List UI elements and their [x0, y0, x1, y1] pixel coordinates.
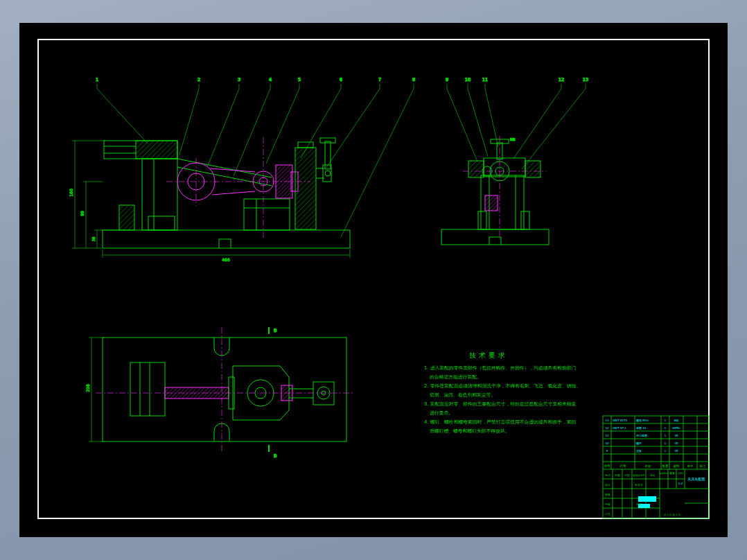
tech-line: 4. 螺钉、螺栓和螺母紧固时，严禁打击或使用不合适的旋具和扳手，紧固	[424, 419, 576, 425]
bom-cell: 1	[665, 434, 667, 437]
balloon-11: 11	[482, 77, 488, 82]
balloon-8: 8	[412, 77, 415, 82]
tech-title: 技术要求	[469, 351, 508, 359]
bom-cell: 11	[605, 434, 609, 437]
paper	[19, 23, 728, 537]
balloon-12: 12	[559, 77, 564, 82]
bom-header: 名称	[645, 464, 652, 468]
bom-cell: 13	[605, 419, 609, 422]
bom-cell: GB/T 6170	[613, 419, 628, 422]
bom-cell: 螺杆	[636, 441, 642, 445]
bom-cell: 垫圈 10	[636, 426, 647, 430]
bom-cell: 9	[606, 449, 608, 453]
bom-header: 代号	[619, 464, 627, 468]
bom-cell: 1	[665, 449, 667, 453]
tb-drawing-title: 夹具装配图	[688, 477, 705, 482]
tech-line: 后螺钉槽、螺母和螺钉头部不得损坏。	[430, 428, 510, 434]
bom-cell: 45	[674, 449, 678, 453]
tb-label: 批准	[636, 502, 642, 506]
balloon-5: 5	[298, 77, 301, 82]
bom-header: 数量	[662, 464, 669, 468]
right-clamp-block	[525, 161, 541, 177]
tb-sheet: 共 1 张 第 1 张	[664, 514, 681, 516]
tech-line: 切屑、油污、着色剂和灰尘等。	[430, 392, 495, 398]
bom-cell: 45	[674, 434, 678, 437]
tech-line: 2. 零件在装配前必须清理和清洗干净，不得有毛刺、飞边、氧化皮、锈蚀、	[424, 383, 581, 389]
bom-cell: GB/T 97.1	[613, 426, 626, 430]
bom-cell: 1	[665, 441, 667, 445]
cad-preview-viewport: 1 2 3 4 5 6 7 8 9 10 11 12 13	[0, 0, 747, 560]
locator-block	[119, 205, 134, 230]
balloon-13: 13	[583, 77, 588, 82]
bom-cell: 1	[665, 419, 667, 422]
tb-label: 签名	[650, 473, 656, 477]
tb-label: 重量	[669, 471, 675, 475]
tb-label: 更改文件号	[633, 473, 646, 477]
tb-label: 阶段标记	[660, 472, 669, 475]
balloon-7: 7	[378, 77, 381, 82]
workpiece-end	[485, 195, 498, 211]
tech-line: 1. 进入装配的零件及部件（包括外购件、外协件），均必须具有检验部门	[424, 365, 576, 371]
tb-scale-value: 1:2	[678, 482, 683, 485]
bom-cell: 8级	[674, 419, 679, 422]
bom-cell: 螺母 M10	[636, 419, 649, 422]
tb-label: 校核	[604, 493, 610, 496]
thread-label: M8	[510, 137, 516, 141]
tb-label: 比例	[678, 472, 683, 475]
bom-header: 备注	[700, 464, 707, 468]
bom-cell: 65Mn	[672, 426, 680, 430]
clamp-arm-section	[136, 141, 177, 159]
dim-side-mid: 99	[80, 211, 85, 216]
bom-cell: 1	[665, 426, 667, 430]
bom-cell: 10	[605, 441, 609, 445]
tb-label: 工艺	[605, 512, 610, 516]
dim-side-width: 466	[222, 257, 230, 262]
tech-line: 进行复查。	[430, 410, 453, 416]
tb-label: 分区	[624, 473, 630, 477]
balloon-2: 2	[197, 77, 200, 82]
tech-line: 3. 装配前应对零、部件的主要配合尺寸，特别是过盈配合尺寸及相关精度	[424, 401, 577, 407]
bom-cell: 12	[605, 426, 609, 430]
tb-label: 处数	[615, 473, 620, 477]
drawing-sheet: 1 2 3 4 5 6 7 8 9 10 11 12 13	[0, 0, 747, 560]
left-clamp-block	[468, 161, 484, 177]
bom-header: 单件	[687, 464, 694, 468]
balloon-10: 10	[465, 77, 471, 82]
balloon-9: 9	[446, 77, 448, 82]
bom-cell: 压板	[636, 449, 642, 453]
section-label-top: B	[274, 328, 276, 333]
balloon-4: 4	[269, 77, 272, 82]
bom-header: 序号	[604, 464, 611, 468]
bom-cell: 45	[674, 441, 678, 445]
balloon-3: 3	[238, 77, 240, 82]
tb-label: 设计	[605, 483, 610, 487]
dim-side-overall: 160	[69, 189, 73, 197]
dim-plan-depth: 208	[85, 384, 90, 392]
bom-cell: 开口垫圈	[636, 434, 647, 437]
tech-line: 的合格证方能进行装配。	[430, 374, 482, 380]
tb-label: 标准化	[634, 483, 643, 487]
balloon-6: 6	[340, 77, 342, 82]
section-label-bottom: B	[274, 453, 276, 459]
dim-side-lower: 38	[91, 236, 96, 241]
highlight-block	[638, 496, 656, 502]
balloon-1: 1	[96, 77, 98, 82]
tb-label: 标记	[604, 473, 610, 477]
tb-label: 审核	[605, 502, 610, 506]
